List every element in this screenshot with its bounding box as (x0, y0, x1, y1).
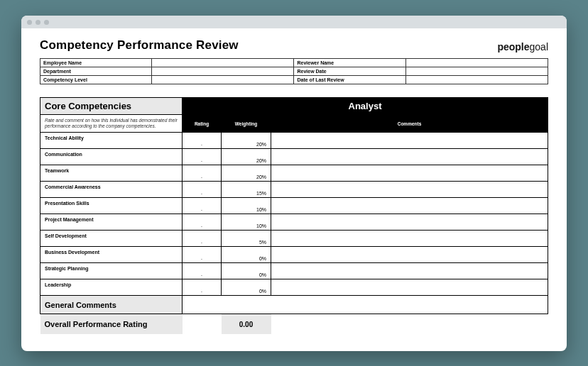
document-page: Competency Performance Review peoplegoal… (21, 28, 567, 347)
competency-comment-cell[interactable] (271, 279, 548, 296)
competency-row: Teamwork-20% (40, 165, 548, 182)
brand-logo: peoplegoal (497, 41, 548, 52)
competency-weight-cell: 10% (222, 214, 271, 231)
competency-row: Commercial Awareness-15% (40, 182, 548, 198)
brand-light: goal (530, 41, 548, 52)
meta-reviewer-name-label: Reviewer Name (294, 59, 405, 67)
competency-rating-cell[interactable]: - (183, 247, 222, 263)
competency-weight-cell: 0% (222, 279, 271, 296)
competency-label: Teamwork (40, 165, 183, 182)
general-comments-label: General Comments (40, 296, 183, 314)
competency-row: Project Management-10% (40, 214, 548, 231)
competency-row: Self Development-5% (40, 231, 548, 247)
competency-label: Communication (40, 149, 183, 165)
meta-employee-name-label: Employee Name (40, 59, 152, 67)
competency-label: Presentation Skills (40, 198, 183, 214)
competency-row: Communication-20% (40, 149, 548, 165)
meta-competency-level-value[interactable] (152, 76, 294, 84)
competency-row: Technical Ability-20% (40, 133, 548, 149)
window-chrome (21, 16, 567, 28)
competency-comment-cell[interactable] (271, 198, 548, 214)
browser-window: Competency Performance Review peoplegoal… (21, 16, 567, 351)
competency-label: Business Development (40, 247, 183, 263)
meta-last-review-label: Date of Last Review (294, 76, 405, 84)
meta-table: Employee Name Reviewer Name Department R… (40, 58, 548, 84)
competency-weight-cell: 5% (222, 231, 271, 247)
overall-rating-label: Overall Performance Rating (40, 314, 183, 335)
competency-weight-cell: 10% (222, 198, 271, 214)
competency-weight-cell: 20% (222, 133, 271, 149)
competency-rating-cell[interactable]: - (183, 133, 222, 149)
core-competencies-heading: Core Competencies (40, 98, 183, 115)
opr-empty (271, 314, 548, 335)
col-comments-header: Comments (271, 115, 548, 133)
competency-weight-cell: 20% (222, 149, 271, 165)
competency-comment-cell[interactable] (271, 247, 548, 263)
competency-comment-cell[interactable] (271, 165, 548, 182)
competency-weight-cell: 20% (222, 165, 271, 182)
competency-comment-cell[interactable] (271, 133, 548, 149)
competency-label: Strategic Planning (40, 263, 183, 279)
competency-comment-cell[interactable] (271, 182, 548, 198)
competency-rating-cell[interactable]: - (183, 182, 222, 198)
overall-rating-value: 0.00 (222, 314, 271, 335)
window-dot-close[interactable] (27, 20, 32, 25)
col-weighting-header: Weighting (222, 115, 271, 133)
competency-rating-cell[interactable]: - (183, 231, 222, 247)
competency-row: Strategic Planning-0% (40, 263, 548, 279)
competency-comment-cell[interactable] (271, 231, 548, 247)
competency-comment-cell[interactable] (271, 263, 548, 279)
competency-label: Self Development (40, 231, 183, 247)
meta-employee-name-value[interactable] (152, 59, 294, 67)
meta-last-review-value[interactable] (405, 76, 548, 84)
competency-rating-cell[interactable]: - (183, 198, 222, 214)
role-heading: Analyst (183, 98, 548, 115)
instructions-text: Rate and comment on how this individual … (40, 115, 183, 133)
brand-bold: people (497, 41, 529, 52)
competency-label: Project Management (40, 214, 183, 231)
competency-row: Business Development-0% (40, 247, 548, 263)
meta-review-date-value[interactable] (405, 67, 548, 76)
meta-review-date-label: Review Date (294, 67, 405, 76)
competency-weight-cell: 0% (222, 247, 271, 263)
competency-rating-cell[interactable]: - (183, 149, 222, 165)
meta-competency-level-label: Competency Level (40, 76, 152, 84)
competency-label: Commercial Awareness (40, 182, 183, 198)
competency-label: Leadership (40, 279, 183, 296)
window-dot-minimize[interactable] (36, 20, 40, 25)
meta-department-label: Department (40, 67, 152, 76)
competency-weight-cell: 15% (222, 182, 271, 198)
general-comments-cell[interactable] (183, 296, 548, 314)
competency-weight-cell: 0% (222, 263, 271, 279)
competency-comment-cell[interactable] (271, 214, 548, 231)
window-dot-zoom[interactable] (44, 20, 49, 25)
opr-spacer (183, 314, 222, 335)
competency-label: Technical Ability (40, 133, 183, 149)
competency-rating-cell[interactable]: - (183, 214, 222, 231)
meta-department-value[interactable] (152, 67, 294, 76)
competency-rating-cell[interactable]: - (183, 263, 222, 279)
competency-comment-cell[interactable] (271, 149, 548, 165)
col-rating-header: Rating (183, 115, 222, 133)
meta-reviewer-name-value[interactable] (405, 59, 548, 67)
competency-row: Presentation Skills-10% (40, 198, 548, 214)
page-title: Competency Performance Review (40, 38, 239, 52)
competency-rating-cell[interactable]: - (183, 279, 222, 296)
competency-row: Leadership-0% (40, 279, 548, 296)
competency-rating-cell[interactable]: - (183, 165, 222, 182)
competency-table: Core Competencies Analyst Rate and comme… (40, 97, 548, 334)
